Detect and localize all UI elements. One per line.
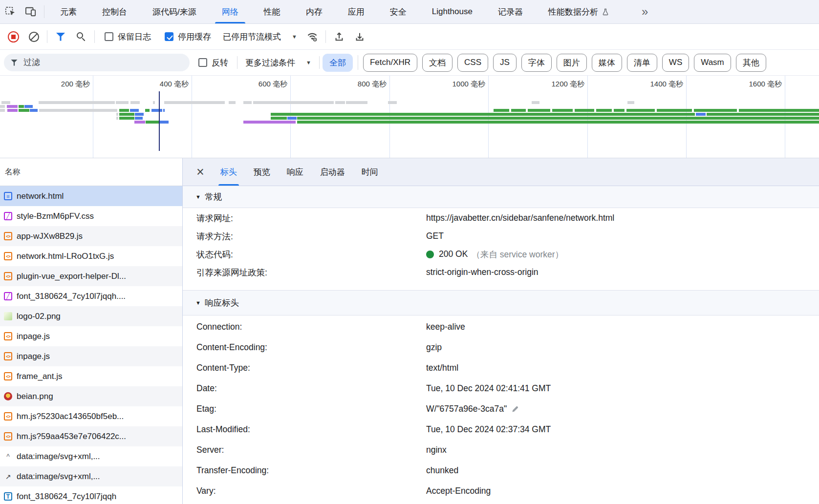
tab-网络[interactable]: 网络 [209, 0, 251, 23]
detail-tab-标头[interactable]: 标头 [212, 158, 245, 186]
request-row[interactable]: <>plugin-vue_export-helper-Dl... [0, 266, 182, 286]
tab-label: 安全 [390, 6, 407, 18]
chip-label: JS [500, 58, 510, 67]
more-tabs-button[interactable]: » [635, 0, 655, 23]
header-name: Last-Modified: [196, 424, 426, 435]
filter-chip-全部[interactable]: 全部 [323, 54, 353, 72]
request-row[interactable]: <>frame_ant.js [0, 366, 182, 386]
tab-Lighthouse[interactable]: Lighthouse [419, 0, 485, 23]
waterfall-bar [532, 101, 539, 104]
overview-strip[interactable]: 200 毫秒400 毫秒600 毫秒800 毫秒1000 毫秒1200 毫秒14… [0, 76, 819, 158]
tab-label: 性能 [264, 6, 280, 18]
waterfall-bar [694, 109, 737, 112]
header-value: keep-alive [426, 322, 465, 332]
request-row[interactable]: ↗data:image/svg+xml,... [0, 466, 182, 486]
tab-label: 源代码/来源 [152, 6, 196, 18]
inspect-element-button[interactable] [0, 0, 21, 23]
imgBeian-file-icon [4, 392, 12, 400]
filter-chip-JS[interactable]: JS [493, 54, 517, 72]
detail-tab-时间[interactable]: 时间 [353, 158, 387, 186]
header-value: chunked [426, 465, 458, 476]
more-filters-button[interactable]: 更多过滤条件 ▼ [245, 57, 311, 68]
waterfall-bar [271, 117, 287, 120]
device-toolbar-button[interactable] [21, 0, 41, 23]
request-row[interactable]: <>network.html-LRoO1txG.js [0, 246, 182, 266]
tab-元素[interactable]: 元素 [47, 0, 89, 23]
tab-应用[interactable]: 应用 [335, 0, 377, 23]
network-conditions-button[interactable] [302, 31, 323, 42]
section-header[interactable]: ▼常规 [183, 186, 819, 208]
headers-section: ▼常规请求网址:https://javabetter.cn/sidebar/sa… [183, 186, 819, 291]
waterfall-bar [7, 109, 18, 112]
tab-记录器[interactable]: 记录器 [485, 0, 536, 23]
search-button[interactable] [71, 32, 91, 42]
request-row[interactable]: <>hm.js?5230ac143650bf5eb... [0, 406, 182, 426]
css-file-icon: ╱ [4, 212, 12, 220]
tab-控制台[interactable]: 控制台 [89, 0, 140, 23]
inspect-icon [5, 6, 16, 17]
filter-chip-图片[interactable]: 图片 [557, 54, 587, 72]
clear-button[interactable] [23, 32, 44, 42]
request-panel: 名称 ≡network.html╱style-BzmM6pFV.css<>app… [0, 158, 183, 504]
request-row[interactable]: ╱style-BzmM6pFV.css [0, 206, 182, 226]
request-row[interactable]: ^data:image/svg+xml,... [0, 446, 182, 466]
invert-checkbox[interactable]: 反转 [198, 57, 228, 68]
header-value-text: nginx [426, 445, 447, 455]
filter-toggle-button[interactable] [50, 33, 71, 41]
request-row[interactable]: <>app-wJXw8B29.js [0, 226, 182, 246]
import-har-button[interactable] [329, 31, 349, 42]
request-row[interactable]: <>inpage.js [0, 326, 182, 346]
filter-chip-Fetch/XHR[interactable]: Fetch/XHR [363, 54, 417, 72]
header-value: gzip [426, 342, 442, 353]
tab-性能[interactable]: 性能 [251, 0, 293, 23]
filter-chip-媒体[interactable]: 媒体 [592, 54, 622, 72]
header-row: Content-Encoding:gzip [183, 337, 819, 357]
filter-chip-其他[interactable]: 其他 [736, 54, 766, 72]
filter-chip-CSS[interactable]: CSS [457, 54, 488, 72]
filter-input[interactable] [22, 57, 183, 68]
collapse-triangle-icon: ▼ [195, 194, 201, 200]
close-details-button[interactable]: × [194, 166, 207, 179]
request-row[interactable]: logo-02.png [0, 306, 182, 326]
disable-cache-checkbox[interactable]: 停用缓存 [165, 31, 211, 42]
tab-内存[interactable]: 内存 [293, 0, 335, 23]
request-row[interactable]: ╱font_3180624_7cy10l7jqqh.... [0, 286, 182, 306]
detail-tab-预览[interactable]: 预览 [245, 158, 279, 186]
html-file-icon: ≡ [4, 192, 12, 200]
caret-file-icon: ^ [4, 452, 12, 461]
preserve-log-checkbox[interactable]: 保留日志 [105, 31, 151, 42]
filter-chip-WS[interactable]: WS [662, 54, 689, 72]
section-title: 常规 [205, 191, 222, 203]
waterfall-bar [596, 109, 612, 112]
name-column-header[interactable]: 名称 [0, 158, 182, 186]
checkbox-checked-icon [165, 32, 173, 41]
request-row[interactable]: Tfont_3180624_7cy10l7jqqh [0, 486, 182, 504]
filter-chip-文档[interactable]: 文档 [422, 54, 453, 72]
filter-chip-字体[interactable]: 字体 [521, 54, 552, 72]
waterfall-bar [297, 121, 819, 124]
details-panel: × 标头预览响应启动器时间 ▼常规请求网址:https://javabetter… [183, 158, 819, 504]
tab-性能数据分析[interactable]: 性能数据分析 [536, 0, 622, 23]
request-row[interactable]: ≡network.html [0, 186, 182, 206]
waterfall-bar [151, 109, 162, 112]
export-har-button[interactable] [349, 31, 370, 42]
request-row[interactable]: <>inpage.js [0, 346, 182, 366]
css-file-icon: ╱ [4, 292, 12, 300]
request-row[interactable]: beian.png [0, 386, 182, 406]
detail-tab-响应[interactable]: 响应 [279, 158, 312, 186]
tab-安全[interactable]: 安全 [377, 0, 419, 23]
tab-源代码/来源[interactable]: 源代码/来源 [140, 0, 209, 23]
throttling-select[interactable]: 已停用节流模式 ▼ [223, 31, 297, 42]
detail-tab-启动器[interactable]: 启动器 [312, 158, 353, 186]
device-toolbar-icon [25, 6, 37, 17]
edit-pencil-icon [512, 405, 519, 413]
filter-chip-清单[interactable]: 清单 [627, 54, 657, 72]
waterfall-bar [163, 109, 165, 112]
record-button[interactable] [3, 31, 23, 42]
chip-label: WS [669, 58, 682, 67]
chip-label: 文档 [429, 57, 446, 68]
section-header[interactable]: ▼响应标头 [183, 291, 819, 315]
request-row[interactable]: <>hm.js?59aa453e7e706422c... [0, 426, 182, 446]
waterfall-bar [145, 109, 150, 112]
filter-chip-Wasm[interactable]: Wasm [694, 54, 731, 72]
